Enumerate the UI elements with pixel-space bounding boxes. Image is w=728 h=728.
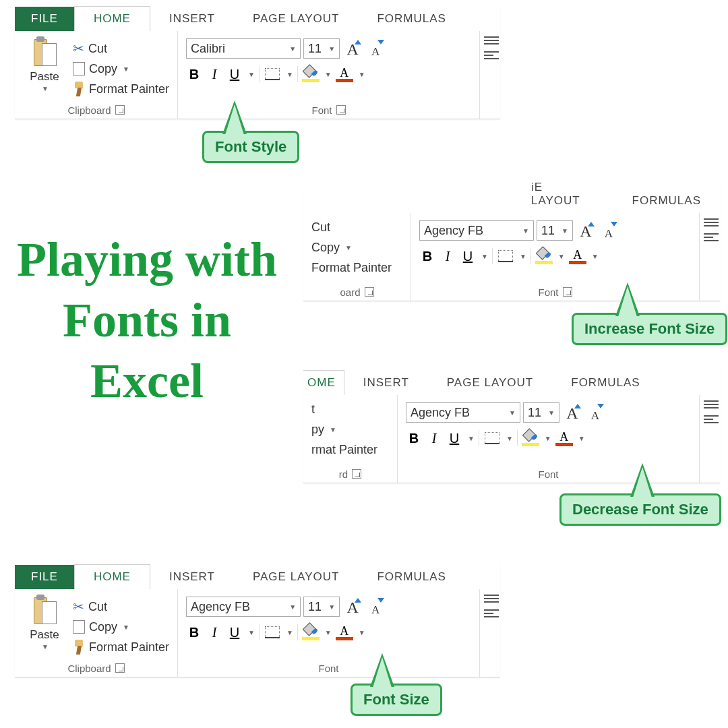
tab-insert[interactable]: INSERT xyxy=(344,371,428,395)
tab-formulas[interactable]: FORMULAS xyxy=(552,371,659,395)
font-name-dropdown[interactable]: Agency FB▼ xyxy=(406,402,520,423)
font-color-button[interactable]: A xyxy=(336,66,353,82)
dialog-launcher-icon[interactable] xyxy=(115,663,125,673)
chevron-down-icon[interactable]: ▼ xyxy=(325,71,332,78)
increase-font-size-button[interactable]: A xyxy=(576,220,596,241)
underline-button[interactable]: U xyxy=(460,249,476,264)
italic-button[interactable]: I xyxy=(426,431,442,446)
bold-button[interactable]: B xyxy=(419,249,435,264)
italic-button[interactable]: I xyxy=(206,67,222,82)
dialog-launcher-icon[interactable] xyxy=(336,105,346,115)
font-color-button[interactable]: A xyxy=(569,248,586,264)
dialog-launcher-icon[interactable] xyxy=(115,105,125,115)
cut-button[interactable]: Cut xyxy=(311,217,402,237)
chevron-down-icon[interactable]: ▼ xyxy=(286,71,293,78)
align-left-button[interactable] xyxy=(704,233,719,241)
chevron-down-icon[interactable]: ▼ xyxy=(481,253,488,260)
bold-button[interactable]: B xyxy=(406,431,422,446)
tab-insert[interactable]: INSERT xyxy=(150,7,234,31)
borders-button[interactable] xyxy=(483,431,501,446)
tab-home[interactable]: HOME xyxy=(74,564,150,589)
increase-font-size-button[interactable]: A xyxy=(562,402,582,423)
fill-color-button[interactable] xyxy=(535,248,553,264)
format-painter-button-partial[interactable]: rmat Painter xyxy=(311,439,389,460)
chevron-down-icon[interactable]: ▼ xyxy=(359,629,365,636)
paste-button[interactable]: Paste ▼ xyxy=(23,35,66,102)
paste-button[interactable]: Paste ▼ xyxy=(23,593,66,661)
chevron-down-icon[interactable]: ▼ xyxy=(359,71,365,78)
chevron-down-icon[interactable]: ▼ xyxy=(42,85,49,92)
cut-button[interactable]: ✂Cut xyxy=(73,597,169,617)
increase-font-size-button[interactable]: A xyxy=(342,597,363,617)
font-size-dropdown[interactable]: 11▼ xyxy=(537,220,573,241)
italic-button[interactable]: I xyxy=(206,625,222,640)
tab-formulas[interactable]: FORMULAS xyxy=(613,189,720,213)
font-color-button[interactable]: A xyxy=(555,430,573,446)
chevron-down-icon[interactable]: ▼ xyxy=(506,435,513,442)
font-size-dropdown[interactable]: 11 ▼ xyxy=(303,38,340,59)
tab-formulas[interactable]: FORMULAS xyxy=(358,7,464,31)
bold-button[interactable]: B xyxy=(186,67,202,82)
tab-formulas[interactable]: FORMULAS xyxy=(358,565,464,589)
font-name-dropdown[interactable]: Calibri ▼ xyxy=(186,38,301,59)
chevron-down-icon[interactable]: ▼ xyxy=(345,244,352,251)
fill-color-button[interactable] xyxy=(522,430,539,446)
fill-color-button[interactable] xyxy=(302,624,320,640)
copy-button[interactable]: Copy▼ xyxy=(311,237,402,257)
cut-button[interactable]: ✂ Cut xyxy=(73,38,169,59)
increase-font-size-button[interactable]: A xyxy=(342,38,363,59)
copy-button-partial[interactable]: py▼ xyxy=(311,419,389,439)
chevron-down-icon[interactable]: ▼ xyxy=(545,435,551,442)
underline-button[interactable]: U xyxy=(446,431,462,446)
format-painter-button[interactable]: Format Painter xyxy=(73,79,169,99)
borders-button[interactable] xyxy=(264,625,281,640)
format-painter-button[interactable]: Format Painter xyxy=(311,257,402,278)
tab-page-layout[interactable]: PAGE LAYOUT xyxy=(234,565,358,589)
underline-button[interactable]: U xyxy=(226,625,243,640)
tab-insert[interactable]: INSERT xyxy=(150,565,234,589)
tab-page-layout[interactable]: PAGE LAYOUT xyxy=(428,371,552,395)
underline-button[interactable]: U xyxy=(226,67,243,82)
font-size-dropdown[interactable]: 11▼ xyxy=(303,597,340,617)
chevron-down-icon[interactable]: ▼ xyxy=(286,629,293,636)
align-left-button[interactable] xyxy=(704,415,719,423)
chevron-down-icon[interactable]: ▼ xyxy=(520,253,526,260)
chevron-down-icon[interactable]: ▼ xyxy=(468,435,475,442)
italic-button[interactable]: I xyxy=(439,249,456,264)
dialog-launcher-icon[interactable] xyxy=(352,469,361,479)
decrease-font-size-button[interactable]: A xyxy=(365,597,386,617)
font-size-dropdown[interactable]: 11▼ xyxy=(523,402,559,423)
tab-page-layout[interactable]: PAGE LAYOUT xyxy=(234,7,358,31)
chevron-down-icon[interactable]: ▼ xyxy=(123,65,129,73)
font-color-button[interactable]: A xyxy=(336,624,353,640)
tab-home[interactable]: HOME xyxy=(74,6,150,31)
tab-page-layout-partial[interactable]: iE LAYOUT xyxy=(512,175,613,213)
chevron-down-icon[interactable]: ▼ xyxy=(123,624,129,631)
chevron-down-icon[interactable]: ▼ xyxy=(592,253,599,260)
chevron-down-icon[interactable]: ▼ xyxy=(248,629,255,636)
chevron-down-icon[interactable]: ▼ xyxy=(578,435,585,442)
font-name-dropdown[interactable]: Agency FB▼ xyxy=(419,220,534,241)
tab-file[interactable]: FILE xyxy=(15,7,74,31)
align-top-button[interactable] xyxy=(484,36,499,44)
align-top-button[interactable] xyxy=(704,218,719,226)
decrease-font-size-button[interactable]: A xyxy=(585,402,605,423)
format-painter-button[interactable]: Format Painter xyxy=(73,637,169,657)
dialog-launcher-icon[interactable] xyxy=(365,287,374,297)
decrease-font-size-button[interactable]: A xyxy=(599,220,619,241)
copy-button[interactable]: Copy▼ xyxy=(73,617,169,637)
copy-button[interactable]: Copy ▼ xyxy=(73,59,169,79)
tab-file[interactable]: FILE xyxy=(15,565,74,589)
borders-button[interactable] xyxy=(497,249,514,264)
borders-button[interactable] xyxy=(264,67,281,82)
chevron-down-icon[interactable]: ▼ xyxy=(248,71,255,78)
dialog-launcher-icon[interactable] xyxy=(563,287,572,297)
cut-button-partial[interactable]: t xyxy=(311,399,389,419)
chevron-down-icon[interactable]: ▼ xyxy=(330,426,336,433)
chevron-down-icon[interactable]: ▼ xyxy=(325,629,332,636)
chevron-down-icon[interactable]: ▼ xyxy=(558,253,565,260)
bold-button[interactable]: B xyxy=(186,625,202,640)
fill-color-button[interactable] xyxy=(302,66,320,82)
tab-home-partial[interactable]: OME xyxy=(303,370,344,395)
font-name-dropdown[interactable]: Agency FB▼ xyxy=(186,597,301,617)
